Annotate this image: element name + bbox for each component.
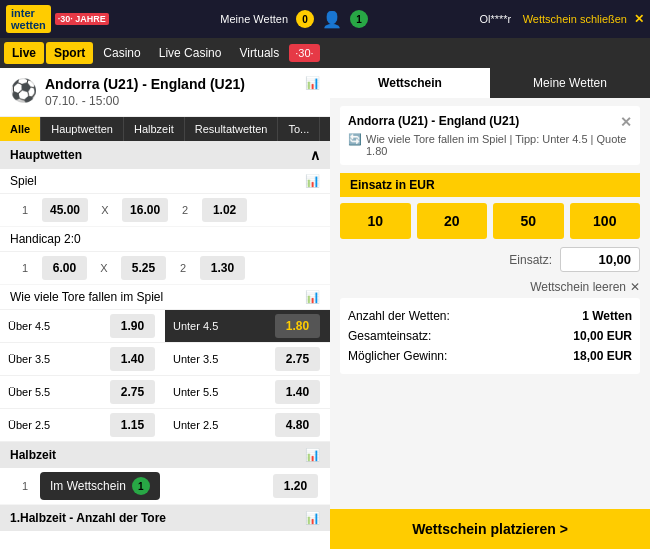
einsatz-row: Einsatz: bbox=[340, 247, 640, 272]
handicap-label: Handicap 2:0 bbox=[0, 227, 330, 252]
halbzeit-label: Halbzeit bbox=[10, 448, 56, 462]
tore-under-4-5[interactable]: 1.80 bbox=[275, 314, 320, 338]
summary-gesamteinsatz: Gesamteinsatz: 10,00 EUR bbox=[348, 326, 632, 346]
tore-chart-icon: 📊 bbox=[305, 290, 320, 304]
tore-row4-right: Unter 2.5 4.80 bbox=[165, 409, 330, 442]
tore-over-2-5[interactable]: 1.15 bbox=[110, 413, 155, 437]
halbzeit-section-header: Halbzeit 📊 bbox=[0, 442, 330, 468]
tore-row1-right: Unter 4.5 1.80 bbox=[165, 310, 330, 343]
spiel-odds-x[interactable]: 16.00 bbox=[122, 198, 168, 222]
chart-icon-match: 📊 bbox=[305, 76, 320, 90]
tore-under-3-5[interactable]: 2.75 bbox=[275, 347, 320, 371]
tab-resultatwetten[interactable]: Resultatwetten bbox=[185, 117, 279, 141]
betslip-tab-meine-wetten[interactable]: Meine Wetten bbox=[490, 68, 650, 98]
einsatz-input[interactable] bbox=[560, 247, 640, 272]
amount-10[interactable]: 10 bbox=[340, 203, 411, 239]
tipp-icon: 🔄 bbox=[348, 133, 362, 146]
right-panel-betslip: Wettschein Meine Wetten Andorra (U21) - … bbox=[330, 68, 650, 549]
meine-wetten-label: Meine Wetten bbox=[220, 13, 288, 25]
spiel-odds-row: 1 45.00 X 16.00 2 1.02 bbox=[0, 194, 330, 227]
tab-halbzeit[interactable]: Halbzeit bbox=[124, 117, 185, 141]
spiel-key-2: 2 bbox=[170, 204, 200, 216]
tore-row1-left: Über 4.5 1.90 bbox=[0, 310, 165, 343]
tore-row2-left: Über 3.5 1.40 bbox=[0, 343, 165, 376]
handicap-key-1: 1 bbox=[10, 262, 40, 274]
halbzeit-chart-icon: 📊 bbox=[305, 448, 320, 462]
tore-label: Wie viele Tore fallen im Spiel 📊 bbox=[0, 285, 330, 310]
spiel-odds-2[interactable]: 1.02 bbox=[202, 198, 247, 222]
handicap-odds-x[interactable]: 5.25 bbox=[121, 256, 166, 280]
tore-row3-left: Über 5.5 2.75 bbox=[0, 376, 165, 409]
logo-area: interwetten ·30· JAHRE bbox=[6, 5, 109, 33]
spiel-label: Spiel 📊 bbox=[0, 169, 330, 194]
bet-description: 🔄 Wie viele Tore fallen im Spiel | Tipp:… bbox=[348, 133, 632, 157]
header: interwetten ·30· JAHRE Meine Wetten 0 👤 … bbox=[0, 0, 650, 38]
hz-key-1: 1 bbox=[10, 480, 40, 492]
place-bet-btn[interactable]: Wettschein platzieren > bbox=[330, 509, 650, 549]
nav-sport[interactable]: Sport bbox=[46, 42, 93, 64]
spiel-key-x: X bbox=[90, 204, 120, 216]
remove-bet-btn[interactable]: ✕ bbox=[620, 114, 632, 130]
bet-match-title: Andorra (U21) - England (U21) ✕ bbox=[348, 114, 632, 130]
handicap-key-2: 2 bbox=[168, 262, 198, 274]
close-betslip-btn[interactable]: Wettschein schließen bbox=[523, 13, 627, 25]
wettschein-count: 1 bbox=[132, 477, 150, 495]
halbzeit-odds-row: 1 Im Wettschein 1 1.20 bbox=[0, 468, 330, 505]
clear-betslip-btn[interactable]: Wettschein leeren ✕ bbox=[340, 280, 640, 294]
handicap-key-x: X bbox=[89, 262, 119, 274]
logo-text: interwetten bbox=[6, 5, 51, 33]
handicap-odds-row: 1 6.00 X 5.25 2 1.30 bbox=[0, 252, 330, 285]
tab-alle[interactable]: Alle bbox=[0, 117, 41, 141]
betslip-tabs: Wettschein Meine Wetten bbox=[330, 68, 650, 98]
halbzeit-tore-label: 1.Halbzeit - Anzahl der Tore bbox=[10, 511, 166, 525]
bet-summary: Anzahl der Wetten: 1 Wetten Gesamteinsat… bbox=[340, 298, 640, 374]
halbzeit-tore-section-header: 1.Halbzeit - Anzahl der Tore 📊 bbox=[0, 505, 330, 531]
close-betslip-icon[interactable]: ✕ bbox=[634, 12, 644, 26]
spiel-odds-1[interactable]: 45.00 bbox=[42, 198, 88, 222]
tore-row3-right: Unter 5.5 1.40 bbox=[165, 376, 330, 409]
tore-odds-grid: Über 4.5 1.90 Unter 4.5 1.80 Über 3.5 1.… bbox=[0, 310, 330, 442]
user-name: Ol****r bbox=[480, 13, 512, 25]
amount-100[interactable]: 100 bbox=[570, 203, 641, 239]
nav-live-casino[interactable]: Live Casino bbox=[151, 42, 230, 64]
nav-bar: Live Sport Casino Live Casino Virtuals ·… bbox=[0, 38, 650, 68]
tab-more[interactable]: To... bbox=[278, 117, 320, 141]
hauptwetten-chevron[interactable]: ∧ bbox=[310, 147, 320, 163]
notification-badge: 1 bbox=[350, 10, 368, 28]
tore-over-3-5[interactable]: 1.40 bbox=[110, 347, 155, 371]
betslip-tab-wettschein[interactable]: Wettschein bbox=[330, 68, 490, 98]
match-title: Andorra (U21) - England (U21) bbox=[45, 76, 245, 92]
betslip-content: Andorra (U21) - England (U21) ✕ 🔄 Wie vi… bbox=[330, 98, 650, 509]
handicap-odds-2[interactable]: 1.30 bbox=[200, 256, 245, 280]
tore-row4-left: Über 2.5 1.15 bbox=[0, 409, 165, 442]
tab-hauptwetten[interactable]: Hauptwetten bbox=[41, 117, 124, 141]
soccer-ball-icon: ⚽ bbox=[10, 78, 37, 104]
tore-over-4-5[interactable]: 1.90 bbox=[110, 314, 155, 338]
nav-promo[interactable]: ·30· bbox=[289, 44, 319, 62]
match-header: ⚽ Andorra (U21) - England (U21) 07.10. -… bbox=[0, 68, 330, 117]
handicap-odds-1[interactable]: 6.00 bbox=[42, 256, 87, 280]
spiel-key-1: 1 bbox=[10, 204, 40, 216]
left-panel: ⚽ Andorra (U21) - England (U21) 07.10. -… bbox=[0, 68, 330, 549]
tore-over-5-5[interactable]: 2.75 bbox=[110, 380, 155, 404]
header-center: Meine Wetten 0 👤 1 bbox=[115, 10, 474, 29]
main-layout: ⚽ Andorra (U21) - England (U21) 07.10. -… bbox=[0, 68, 650, 549]
amount-20[interactable]: 20 bbox=[417, 203, 488, 239]
wetten-count-badge: 0 bbox=[296, 10, 314, 28]
tore-row2-right: Unter 3.5 2.75 bbox=[165, 343, 330, 376]
quick-amounts: 10 20 50 100 bbox=[340, 203, 640, 239]
nav-live[interactable]: Live bbox=[4, 42, 44, 64]
nav-casino[interactable]: Casino bbox=[95, 42, 148, 64]
amount-50[interactable]: 50 bbox=[493, 203, 564, 239]
halbzeit-tore-chart-icon: 📊 bbox=[305, 511, 320, 525]
clear-icon: ✕ bbox=[630, 280, 640, 294]
hauptwetten-section-header: Hauptwetten ∧ bbox=[0, 141, 330, 169]
summary-anzahl: Anzahl der Wetten: 1 Wetten bbox=[348, 306, 632, 326]
einsatz-row-label: Einsatz: bbox=[509, 253, 552, 267]
user-icon: 👤 bbox=[322, 10, 342, 29]
nav-virtuals[interactable]: Virtuals bbox=[231, 42, 287, 64]
halbzeit-odds-2[interactable]: 1.20 bbox=[273, 474, 318, 498]
tore-under-2-5[interactable]: 4.80 bbox=[275, 413, 320, 437]
header-right: Ol****r Wettschein schließen ✕ bbox=[480, 12, 645, 26]
tore-under-5-5[interactable]: 1.40 bbox=[275, 380, 320, 404]
